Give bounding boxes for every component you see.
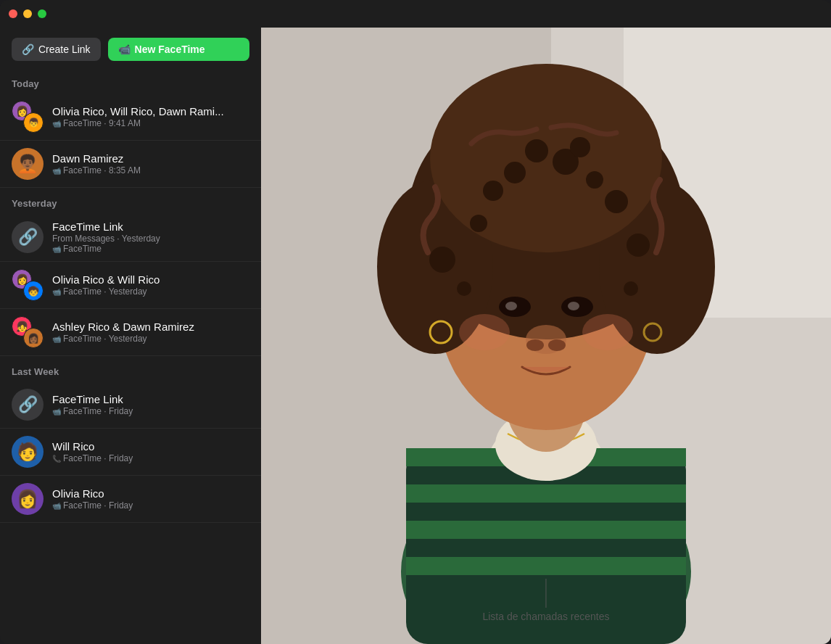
svg-point-23 bbox=[570, 137, 590, 157]
item-info: Dawn Ramirez 📹 FaceTime · 8:35 AM bbox=[52, 152, 249, 176]
list-item[interactable]: 👩 🧒 Olivia Rico & Will Rico 📹 FaceTime ·… bbox=[0, 262, 261, 309]
item-subtitle: 📹 FaceTime · 8:35 AM bbox=[52, 165, 249, 176]
svg-point-26 bbox=[429, 247, 455, 273]
item-name: FaceTime Link bbox=[52, 393, 249, 405]
item-subtitle: 📹 FaceTime · 9:41 AM bbox=[52, 118, 249, 128]
avatar-link: 🔗 bbox=[12, 389, 44, 421]
item-subtitle: 📹 FaceTime · Friday bbox=[52, 500, 249, 511]
create-link-button[interactable]: 🔗 Create Link bbox=[12, 38, 101, 61]
section-yesterday: Yesterday bbox=[0, 188, 261, 213]
link-icon: 🔗 bbox=[18, 395, 38, 414]
annotation-line bbox=[545, 579, 546, 608]
title-bar bbox=[0, 0, 831, 28]
item-subtitle: 📞 FaceTime · Friday bbox=[52, 453, 249, 463]
svg-point-22 bbox=[525, 139, 548, 162]
list-item[interactable]: 👩 👦 Olivia Rico, Will Rico, Dawn Rami...… bbox=[0, 94, 261, 141]
svg-point-18 bbox=[504, 162, 526, 183]
list-item[interactable]: 🧑 Will Rico 📞 FaceTime · Friday bbox=[0, 429, 261, 476]
avatar-group: 👩 🧒 bbox=[12, 269, 44, 301]
svg-point-20 bbox=[586, 171, 603, 189]
item-info: Will Rico 📞 FaceTime · Friday bbox=[52, 440, 249, 463]
avatar-container: 🧑 bbox=[12, 436, 44, 468]
video-icon: 📹 bbox=[52, 335, 61, 343]
avatar: 🧑🏾‍🦱 bbox=[12, 148, 44, 180]
avatar-container: 🔗 bbox=[12, 221, 44, 253]
item-subtitle: 📹 FaceTime · Yesterday bbox=[52, 334, 249, 344]
svg-rect-8 bbox=[406, 484, 686, 503]
svg-point-32 bbox=[505, 302, 517, 310]
annotation-text: Lista de chamadas recentes bbox=[482, 611, 609, 622]
video-icon: 📹 bbox=[52, 288, 61, 296]
svg-point-25 bbox=[470, 215, 487, 232]
buttons-area: 🔗 Create Link 📹 New FaceTime bbox=[0, 28, 261, 68]
item-name: Olivia Rico, Will Rico, Dawn Rami... bbox=[52, 105, 249, 117]
svg-point-28 bbox=[457, 281, 471, 296]
list-item[interactable]: 👩 Olivia Rico 📹 FaceTime · Friday bbox=[0, 476, 261, 523]
item-name: FaceTime Link bbox=[52, 220, 249, 233]
avatar-container: 👩 🧒 bbox=[12, 269, 44, 301]
item-info: Ashley Rico & Dawn Ramirez 📹 FaceTime · … bbox=[52, 321, 249, 344]
item-name: Will Rico bbox=[52, 440, 249, 453]
avatar-secondary: 👩🏾 bbox=[23, 328, 44, 348]
svg-point-29 bbox=[624, 281, 638, 296]
avatar-secondary: 👦 bbox=[23, 112, 44, 133]
list-item[interactable]: 🔗 FaceTime Link From Messages · Yesterda… bbox=[0, 213, 261, 262]
avatar-container: 🔗 bbox=[12, 389, 44, 421]
new-facetime-button[interactable]: 📹 New FaceTime bbox=[108, 38, 249, 61]
item-info: FaceTime Link 📹 FaceTime · Friday bbox=[52, 393, 249, 416]
svg-point-40 bbox=[582, 314, 633, 350]
facetime-window: 🔗 Create Link 📹 New FaceTime Today 👩 bbox=[0, 0, 831, 644]
item-name: Dawn Ramirez bbox=[52, 152, 249, 165]
main-layout: 🔗 Create Link 📹 New FaceTime Today 👩 bbox=[0, 28, 831, 644]
link-icon: 🔗 bbox=[18, 228, 38, 247]
svg-point-33 bbox=[568, 302, 579, 310]
minimize-button[interactable] bbox=[23, 9, 32, 18]
avatar-group: 👩 👦 bbox=[12, 101, 44, 133]
svg-point-17 bbox=[430, 64, 662, 252]
avatar: 👩 bbox=[12, 483, 44, 515]
svg-point-35 bbox=[526, 339, 544, 351]
svg-point-21 bbox=[483, 181, 503, 201]
video-icon: 📹 bbox=[52, 408, 61, 416]
svg-point-24 bbox=[605, 190, 628, 213]
video-icon: 📹 bbox=[52, 245, 61, 253]
close-button[interactable] bbox=[9, 9, 17, 18]
item-info: Olivia Rico & Will Rico 📹 FaceTime · Yes… bbox=[52, 273, 249, 297]
video-icon: 📹 bbox=[52, 167, 61, 175]
svg-point-27 bbox=[627, 234, 650, 257]
video-icon: 📹 bbox=[52, 502, 61, 510]
avatar-link: 🔗 bbox=[12, 221, 44, 253]
section-last-week: Last Week bbox=[0, 356, 261, 381]
phone-icon: 📞 bbox=[52, 455, 61, 463]
create-link-label: Create Link bbox=[38, 44, 91, 55]
list-item[interactable]: 🔗 FaceTime Link 📹 FaceTime · Friday bbox=[0, 381, 261, 429]
avatar-container: 👩 bbox=[12, 483, 44, 515]
section-today: Today bbox=[0, 68, 261, 94]
item-name: Ashley Rico & Dawn Ramirez bbox=[52, 321, 249, 333]
list-item[interactable]: 🧑🏾‍🦱 Dawn Ramirez 📹 FaceTime · 8:35 AM bbox=[0, 141, 261, 188]
camera-view: Lista de chamadas recentes bbox=[261, 28, 831, 644]
list-item[interactable]: 👧 👩🏾 Ashley Rico & Dawn Ramirez 📹 FaceTi… bbox=[0, 309, 261, 356]
svg-point-39 bbox=[459, 314, 510, 350]
sidebar: 🔗 Create Link 📹 New FaceTime Today 👩 bbox=[0, 28, 261, 644]
svg-rect-10 bbox=[406, 557, 686, 575]
maximize-button[interactable] bbox=[38, 9, 46, 18]
item-info: FaceTime Link From Messages · Yesterday … bbox=[52, 220, 249, 254]
avatar-group: 👧 👩🏾 bbox=[12, 316, 44, 348]
video-camera-icon: 📹 bbox=[118, 44, 131, 55]
item-info: Olivia Rico 📹 FaceTime · Friday bbox=[52, 487, 249, 511]
item-subtitle: 📹 FaceTime · Friday bbox=[52, 406, 249, 416]
item-subtitle-1: From Messages · Yesterday bbox=[52, 234, 249, 244]
svg-rect-9 bbox=[406, 521, 686, 539]
item-subtitle-2: 📹 FaceTime bbox=[52, 244, 249, 254]
avatar-container: 👩 👦 bbox=[12, 101, 44, 133]
new-facetime-label: New FaceTime bbox=[135, 44, 205, 55]
item-name: Olivia Rico bbox=[52, 487, 249, 500]
item-subtitle: 📹 FaceTime · Yesterday bbox=[52, 286, 249, 297]
avatar: 🧑 bbox=[12, 436, 44, 468]
video-icon: 📹 bbox=[52, 120, 61, 128]
avatar-container: 👧 👩🏾 bbox=[12, 316, 44, 348]
item-name: Olivia Rico & Will Rico bbox=[52, 273, 249, 286]
avatar-secondary: 🧒 bbox=[23, 281, 44, 301]
svg-point-36 bbox=[548, 339, 566, 351]
